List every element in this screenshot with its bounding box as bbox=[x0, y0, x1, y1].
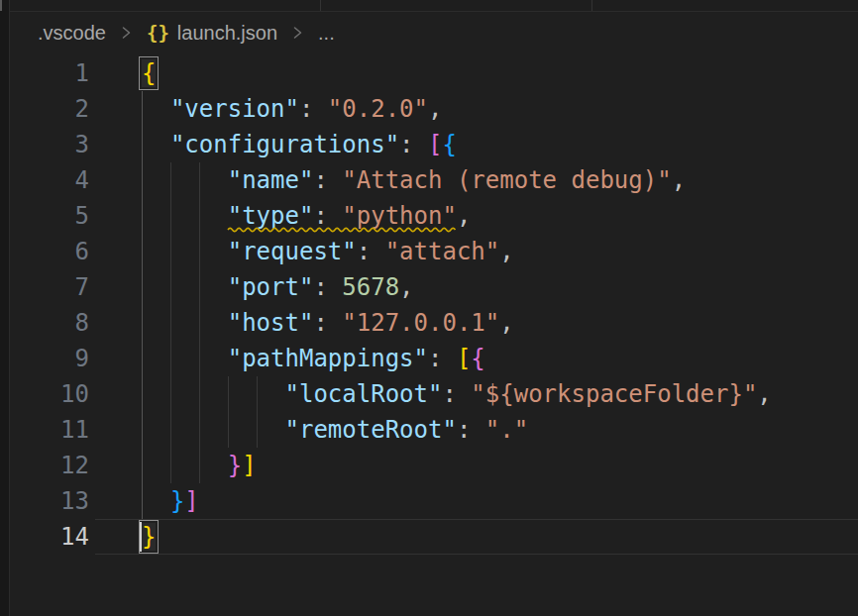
code-token bbox=[142, 452, 228, 479]
code-token bbox=[142, 380, 285, 408]
code-token bbox=[142, 202, 228, 230]
warning-squiggle: "type": "python" bbox=[228, 202, 457, 230]
code-line[interactable]: "name": "Attach (remote debug)", bbox=[142, 162, 686, 198]
code-token: { bbox=[442, 131, 456, 158]
line-number[interactable]: 10 bbox=[10, 376, 89, 412]
code-token: , bbox=[457, 202, 471, 230]
code-line[interactable]: { bbox=[142, 55, 156, 91]
code-token: } bbox=[228, 452, 242, 479]
code-token: : bbox=[442, 380, 471, 408]
code-token: "${workspaceFolder}" bbox=[471, 380, 757, 408]
code-token: "remoteRoot" bbox=[285, 416, 457, 444]
code-token bbox=[142, 131, 170, 158]
editor[interactable]: 1234567891011121314 { "version": "0.2.0"… bbox=[0, 0, 858, 616]
line-number[interactable]: 11 bbox=[10, 412, 89, 448]
code-token: "version" bbox=[170, 95, 299, 123]
line-number[interactable]: 1 bbox=[10, 55, 89, 91]
code-token: , bbox=[499, 238, 513, 265]
line-number[interactable]: 5 bbox=[10, 198, 89, 234]
line-number[interactable]: 8 bbox=[10, 305, 89, 341]
code-token: { bbox=[142, 59, 156, 87]
line-number[interactable]: 13 bbox=[10, 483, 89, 519]
code-line[interactable]: }] bbox=[142, 448, 257, 483]
code-token bbox=[142, 309, 228, 337]
code-line[interactable]: "type": "python", bbox=[142, 198, 471, 234]
code-token: { bbox=[471, 345, 484, 372]
code-token: : bbox=[357, 238, 385, 265]
text-cursor bbox=[140, 522, 142, 552]
code-token bbox=[142, 238, 228, 265]
code-token: "configurations" bbox=[170, 131, 399, 158]
line-number[interactable]: 9 bbox=[10, 341, 89, 376]
code-line[interactable]: "port": 5678, bbox=[142, 269, 414, 305]
code-token bbox=[142, 273, 228, 301]
code-token bbox=[142, 416, 285, 444]
code-token: "pathMappings" bbox=[228, 345, 428, 372]
line-number[interactable]: 3 bbox=[10, 127, 89, 162]
code-token: ] bbox=[242, 452, 256, 479]
code-token: : bbox=[399, 131, 428, 158]
code-token: , bbox=[672, 166, 686, 194]
code-token: "." bbox=[485, 416, 528, 444]
code-line[interactable]: "localRoot": "${workspaceFolder}", bbox=[142, 376, 772, 412]
code-token: : bbox=[457, 416, 485, 444]
code-token bbox=[142, 487, 170, 515]
code-token: "port" bbox=[228, 273, 314, 301]
line-number[interactable]: 12 bbox=[10, 448, 89, 483]
code-token: : bbox=[313, 273, 342, 301]
code-token: "localRoot" bbox=[285, 380, 443, 408]
code-token: "request" bbox=[228, 238, 357, 265]
code-token: , bbox=[757, 380, 771, 408]
code-token: : bbox=[313, 309, 342, 337]
code-line[interactable]: "remoteRoot": "." bbox=[142, 412, 528, 448]
code-token: , bbox=[499, 309, 513, 337]
code-line[interactable]: } bbox=[142, 519, 156, 555]
line-number[interactable]: 14 bbox=[10, 519, 89, 555]
code-token: } bbox=[170, 487, 184, 515]
code-token: "127.0.0.1" bbox=[342, 309, 499, 337]
code-token: ] bbox=[184, 487, 198, 515]
code-token: [ bbox=[457, 345, 471, 372]
line-number[interactable]: 4 bbox=[10, 162, 89, 198]
code-token bbox=[142, 95, 170, 123]
code-token: "Attach (remote debug)" bbox=[342, 166, 671, 194]
code-line[interactable]: }] bbox=[142, 483, 199, 519]
code-token: "0.2.0" bbox=[328, 95, 428, 123]
line-number[interactable]: 7 bbox=[10, 269, 89, 305]
current-line-highlight bbox=[95, 519, 858, 555]
code-token: , bbox=[399, 273, 413, 301]
code-line[interactable]: "host": "127.0.0.1", bbox=[142, 305, 514, 341]
code-token bbox=[142, 166, 228, 194]
code-token: : bbox=[313, 166, 342, 194]
code-token: [ bbox=[428, 131, 442, 158]
code-token: : bbox=[299, 95, 328, 123]
code-line[interactable]: "pathMappings": [{ bbox=[142, 341, 485, 376]
code-token: 5678 bbox=[342, 273, 399, 301]
line-number[interactable]: 2 bbox=[10, 91, 89, 127]
code-token: } bbox=[142, 523, 156, 551]
code-line[interactable]: "configurations": [{ bbox=[142, 127, 457, 162]
code-line[interactable]: "version": "0.2.0", bbox=[142, 91, 442, 127]
code-token bbox=[142, 345, 228, 372]
code-token: , bbox=[428, 95, 442, 123]
code-line[interactable]: "request": "attach", bbox=[142, 234, 514, 269]
vscode-editor-window: .vscode {} launch.json ... 1234567891011… bbox=[0, 0, 858, 616]
code-token: "host" bbox=[228, 309, 314, 337]
code-token: "name" bbox=[228, 166, 314, 194]
line-number[interactable]: 6 bbox=[10, 234, 89, 269]
code-token: : bbox=[428, 345, 457, 372]
code-token: "attach" bbox=[385, 238, 500, 265]
